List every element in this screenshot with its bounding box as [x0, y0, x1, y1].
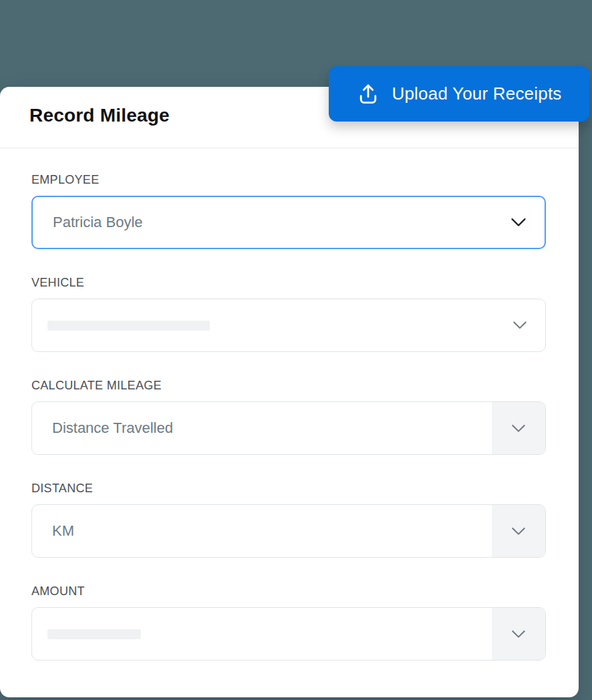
employee-select-value: Patricia Boyle: [33, 214, 143, 231]
upload-icon: [356, 82, 380, 106]
employee-label: EMPLOYEE: [31, 172, 546, 187]
calculate-mileage-select-value: Distance Travelled: [32, 419, 173, 437]
calculate-mileage-select[interactable]: Distance Travelled: [31, 401, 546, 455]
chevron-down-icon: [511, 424, 526, 433]
select-addon: [492, 402, 545, 454]
record-mileage-form: EMPLOYEE Patricia Boyle VEHICLE: [0, 148, 579, 661]
upload-receipts-button[interactable]: Upload Your Receipts: [329, 66, 589, 122]
page: { "colors": { "page_background": "#4d6a7…: [0, 0, 592, 700]
amount-value-skeleton-placeholder: [47, 629, 141, 639]
field-calculate-mileage: CALCULATE MILEAGE Distance Travelled: [31, 378, 546, 455]
chevron-down-icon: [511, 527, 526, 536]
vehicle-label: VEHICLE: [31, 275, 546, 290]
distance-select-value: KM: [32, 522, 74, 540]
chevron-down-icon: [511, 630, 526, 639]
vehicle-select[interactable]: [31, 299, 546, 352]
field-distance: DISTANCE KM: [31, 481, 546, 558]
chevron-down-icon: [512, 321, 527, 330]
field-employee: EMPLOYEE Patricia Boyle: [31, 172, 546, 249]
select-addon: [492, 505, 545, 557]
calculate-mileage-label: CALCULATE MILEAGE: [31, 378, 546, 393]
field-vehicle: VEHICLE: [31, 275, 546, 352]
employee-select[interactable]: Patricia Boyle: [31, 196, 546, 249]
record-mileage-card: Record Mileage EMPLOYEE Patricia Boyle V…: [0, 87, 579, 697]
vehicle-value-skeleton-placeholder: [47, 321, 210, 331]
field-amount: AMOUNT: [31, 584, 546, 661]
distance-label: DISTANCE: [31, 481, 546, 496]
amount-select[interactable]: [31, 607, 546, 661]
amount-label: AMOUNT: [31, 584, 546, 598]
select-addon: [492, 608, 545, 660]
distance-select[interactable]: KM: [31, 504, 546, 558]
chevron-down-icon: [510, 218, 527, 227]
upload-receipts-button-label: Upload Your Receipts: [392, 83, 561, 104]
